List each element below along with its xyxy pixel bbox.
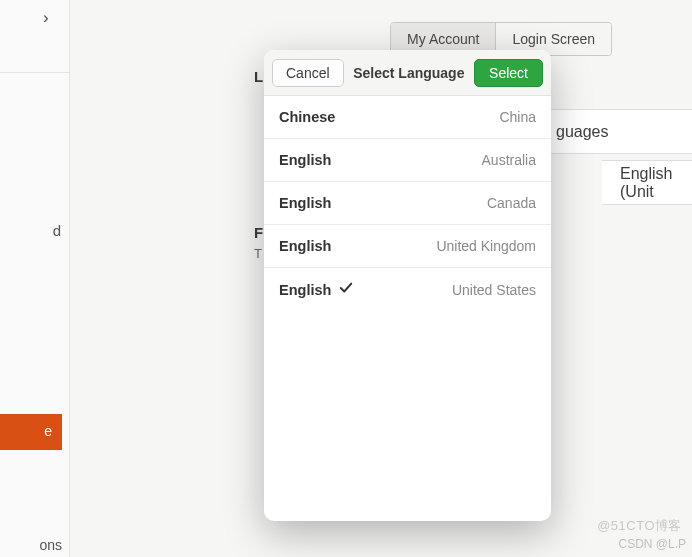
list-item[interactable]: Chinese China xyxy=(264,96,551,139)
language-region: Canada xyxy=(487,195,536,211)
language-list: Chinese China English Australia English … xyxy=(264,96,551,521)
language-name: Chinese xyxy=(279,109,335,125)
dialog-title: Select Language xyxy=(353,65,464,81)
check-icon xyxy=(339,281,353,298)
watermark-text: @51CTO博客 xyxy=(597,517,682,535)
language-name: English xyxy=(279,195,331,211)
language-region: United States xyxy=(452,282,536,298)
list-item[interactable]: English Canada xyxy=(264,182,551,225)
dialog-header: Cancel Select Language Select xyxy=(264,50,551,96)
list-item[interactable]: English United Kingdom xyxy=(264,225,551,268)
cancel-button[interactable]: Cancel xyxy=(272,59,344,87)
language-region: United Kingdom xyxy=(436,238,536,254)
list-item[interactable]: English Australia xyxy=(264,139,551,182)
select-button[interactable]: Select xyxy=(474,59,543,87)
language-name: English xyxy=(279,238,331,254)
list-item[interactable]: English United States xyxy=(264,268,551,311)
language-name: English xyxy=(279,152,331,168)
language-region: China xyxy=(499,109,536,125)
language-region: Australia xyxy=(482,152,536,168)
watermark-text: CSDN @L.P xyxy=(618,537,686,551)
language-name: English xyxy=(279,281,353,298)
select-language-dialog: Cancel Select Language Select Chinese Ch… xyxy=(264,50,551,521)
